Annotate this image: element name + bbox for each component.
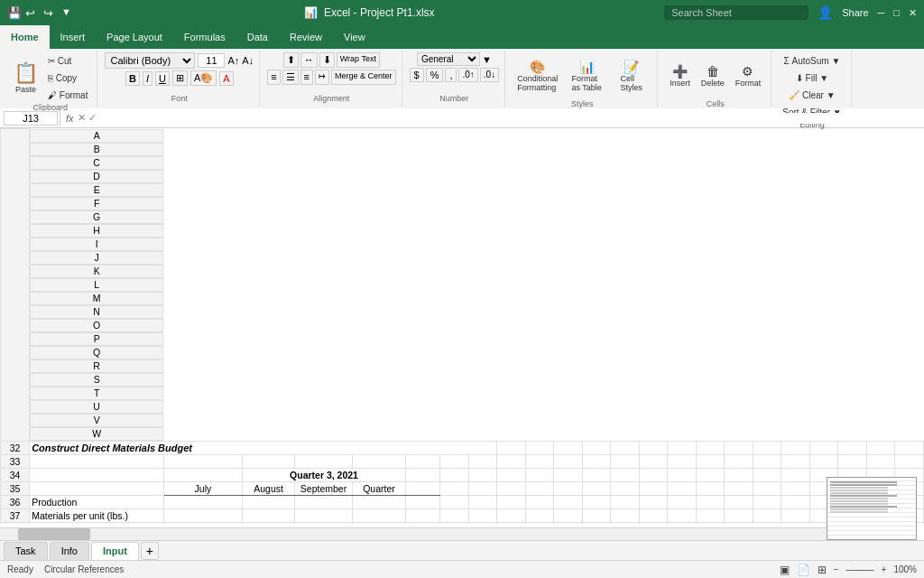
spreadsheet-cell[interactable] [838, 454, 867, 468]
spreadsheet-cell[interactable] [582, 468, 611, 481]
spreadsheet-cell[interactable] [725, 522, 753, 524]
save-icon[interactable]: 💾 [7, 6, 20, 19]
col-header-Q[interactable]: Q [30, 346, 163, 359]
fill-button[interactable]: ⬇ Fill ▼ [792, 70, 832, 86]
spreadsheet-cell[interactable] [582, 495, 611, 508]
col-header-R[interactable]: R [30, 359, 163, 373]
spreadsheet-cell[interactable] [582, 508, 611, 522]
spreadsheet-cell[interactable] [725, 495, 753, 508]
spreadsheet-cell[interactable] [525, 454, 554, 468]
spreadsheet-cell[interactable] [468, 468, 497, 481]
spreadsheet-cell[interactable] [668, 481, 697, 495]
spreadsheet-cell[interactable] [725, 441, 753, 454]
close-icon[interactable]: ✕ [909, 7, 917, 19]
spreadsheet-cell[interactable] [866, 454, 895, 468]
spreadsheet-cell[interactable] [440, 454, 469, 468]
underline-button[interactable]: U [155, 71, 170, 86]
spreadsheet-cell[interactable] [353, 508, 406, 522]
spreadsheet-cell[interactable] [525, 495, 554, 508]
spreadsheet-cell[interactable] [753, 468, 781, 481]
spreadsheet-cell[interactable] [696, 454, 725, 468]
spreadsheet-cell[interactable] [696, 495, 725, 508]
spreadsheet-cell[interactable] [696, 481, 725, 495]
spreadsheet-cell[interactable] [440, 468, 469, 481]
tab-home[interactable]: Home [0, 25, 50, 49]
spreadsheet-cell[interactable] [611, 522, 640, 524]
spreadsheet-cell[interactable] [753, 454, 781, 468]
number-format-dropdown[interactable]: ▼ [482, 54, 492, 65]
spreadsheet-cell[interactable] [696, 522, 725, 524]
spreadsheet-cell[interactable] [243, 522, 295, 524]
spreadsheet-cell[interactable] [554, 481, 583, 495]
spreadsheet-cell[interactable] [668, 508, 697, 522]
paste-button[interactable]: 📋 Paste [9, 54, 42, 101]
spreadsheet-cell[interactable] [582, 454, 611, 468]
spreadsheet-cell[interactable] [781, 441, 810, 454]
spreadsheet-cell[interactable] [440, 495, 469, 508]
spreadsheet-cell[interactable] [781, 481, 810, 495]
spreadsheet-cell[interactable] [781, 508, 810, 522]
format-button[interactable]: ⚙ Format [731, 52, 766, 99]
cell-reference-box[interactable] [4, 111, 58, 126]
wrap-text-button[interactable]: Wrap Text [337, 52, 380, 68]
currency-button[interactable]: $ [410, 68, 424, 82]
spreadsheet-cell[interactable] [243, 508, 295, 522]
decrease-decimal-button[interactable]: .0↓ [480, 68, 499, 82]
tab-data[interactable]: Data [236, 25, 279, 49]
copy-button[interactable]: ⎘ Copy [44, 70, 91, 86]
col-header-M[interactable]: M [30, 292, 163, 305]
spreadsheet-cell[interactable] [405, 522, 439, 524]
fill-color-button[interactable]: A🎨 [190, 70, 217, 86]
spreadsheet-cell[interactable] [440, 522, 469, 524]
spreadsheet-cell[interactable] [295, 508, 353, 522]
spreadsheet-cell[interactable] [781, 495, 810, 508]
tab-view[interactable]: View [333, 25, 376, 49]
increase-decimal-button[interactable]: .0↑ [458, 68, 477, 82]
autosum-button[interactable]: Σ AutoSum ▼ [781, 52, 845, 69]
font-name-select[interactable]: Calibri (Body) [105, 52, 195, 69]
conditional-formatting-button[interactable]: 🎨 ConditionalFormatting [513, 52, 562, 99]
table-row[interactable]: 36Production [1, 495, 924, 508]
spreadsheet-cell[interactable]: September [295, 481, 353, 495]
spreadsheet-cell[interactable] [295, 454, 353, 468]
cell-styles-button[interactable]: 📝 CellStyles [611, 52, 651, 99]
col-header-B[interactable]: B [30, 143, 163, 156]
account-icon[interactable]: 👤 [818, 5, 833, 20]
spreadsheet-cell[interactable] [440, 481, 469, 495]
align-bottom-button[interactable]: ⬇ [319, 52, 335, 68]
spreadsheet-cell[interactable] [497, 481, 526, 495]
table-row[interactable]: 32Construct Direct Materials Budget [1, 441, 924, 454]
increase-font-button[interactable]: A↑ [227, 55, 239, 66]
spreadsheet-cell[interactable] [866, 441, 895, 454]
spreadsheet-cell[interactable] [405, 495, 439, 508]
share-button[interactable]: Share [842, 7, 868, 18]
spreadsheet-cell[interactable] [405, 508, 439, 522]
table-row[interactable]: 35JulyAugustSeptemberQuarter [1, 481, 924, 495]
spreadsheet-cell[interactable] [353, 454, 406, 468]
spreadsheet-cell[interactable] [295, 495, 353, 508]
spreadsheet-cell[interactable] [243, 454, 295, 468]
col-header-C[interactable]: C [30, 156, 163, 170]
col-header-O[interactable]: O [30, 319, 163, 332]
table-row[interactable]: 33 [1, 454, 924, 468]
spreadsheet-cell[interactable] [554, 495, 583, 508]
col-header-U[interactable]: U [30, 400, 163, 414]
spreadsheet-cell[interactable] [582, 522, 611, 524]
spreadsheet-cell[interactable] [753, 495, 781, 508]
italic-button[interactable]: I [143, 71, 152, 86]
spreadsheet-area[interactable]: A B C D E F G H I J K L M N O P Q R S T [0, 128, 924, 524]
col-header-W[interactable]: W [30, 427, 163, 441]
formula-input[interactable] [99, 113, 920, 124]
indent-button[interactable]: ↦ [315, 70, 329, 85]
col-header-N[interactable]: N [30, 305, 163, 319]
spreadsheet-cell[interactable]: Quarter [353, 481, 406, 495]
spreadsheet-cell[interactable]: July [163, 481, 243, 495]
spreadsheet-cell[interactable] [525, 508, 554, 522]
spreadsheet-cell[interactable] [497, 495, 526, 508]
spreadsheet-cell[interactable] [468, 454, 497, 468]
align-right-button[interactable]: ≡ [300, 70, 313, 85]
spreadsheet-cell[interactable] [440, 508, 469, 522]
redo-icon[interactable]: ↪ [43, 6, 56, 19]
number-format-select[interactable]: General [417, 52, 480, 66]
spreadsheet-cell[interactable] [30, 454, 164, 468]
